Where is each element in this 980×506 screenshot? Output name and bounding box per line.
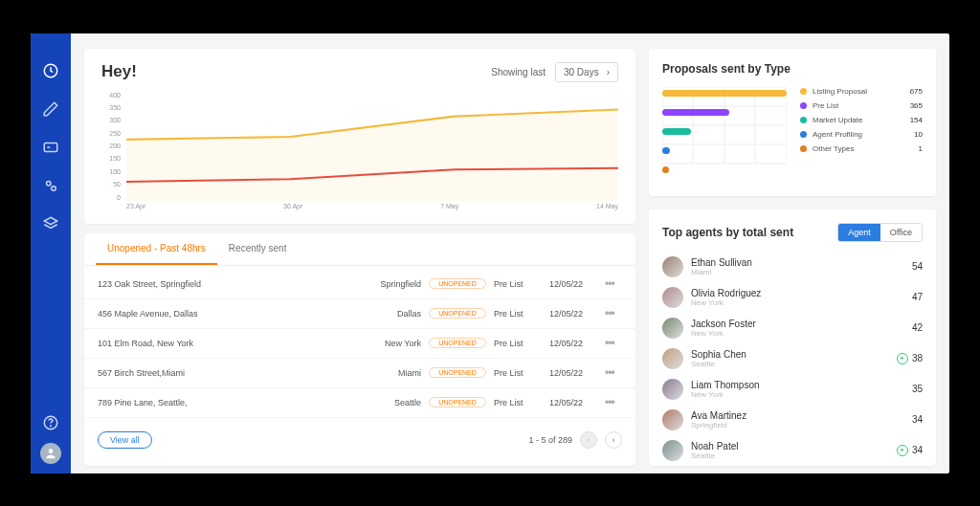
legend-dot [800,88,807,95]
status-badge: UNOPENED [429,308,486,319]
view-all-button[interactable]: View all [98,431,152,449]
agent-count: 38 [897,353,923,364]
proposals-chart-card: Hey! Showing last 30 Days › 400350300250… [84,49,635,224]
chevron-right-icon: › [607,67,610,77]
toggle-agent[interactable]: Agent [838,224,880,241]
row-type: Pre List [494,309,542,319]
row-menu-icon[interactable]: ••• [605,366,622,380]
agent-info: Jackson Foster New York [691,319,904,338]
types-title: Proposals sent by Type [662,62,923,76]
tab-unopened[interactable]: Unopened - Past 48hrs [96,233,217,265]
status-badge: UNOPENED [429,338,486,348]
row-city: New York [354,339,421,348]
agent-location: Seattle [691,360,889,368]
legend-value: 675 [910,87,923,96]
avatar [662,440,683,461]
agent-name: Liam Thompson [691,380,904,390]
type-bar [662,90,787,97]
row-date: 12/05/22 [549,279,597,289]
row-date: 12/05/22 [549,309,597,319]
agent-row[interactable]: Ava Martinez Springfield 34 [662,405,923,435]
agent-info: Ava Martinez Springfield [691,410,904,429]
agent-location: Springfield [691,421,904,429]
svg-rect-1 [44,143,57,151]
agent-row[interactable]: Noah Patel Seattle 34 [662,435,923,462]
agent-location: Seattle [691,451,889,460]
agent-count: 34 [897,445,923,456]
table-row[interactable]: 123 Oak Street, Springfield Springfield … [84,270,635,299]
agent-location: Miami [691,268,904,276]
nav-dashboard[interactable] [42,62,59,79]
agent-name: Sophia Chen [691,349,889,360]
range-select[interactable]: 30 Days › [555,62,618,82]
row-city: Dallas [354,309,421,319]
nav-settings[interactable] [42,177,59,194]
agent-count: 42 [912,322,923,333]
row-type: Pre List [494,368,542,378]
svg-point-7 [49,449,54,453]
agent-info: Noah Patel Seattle [691,441,889,460]
agent-location: New York [691,298,904,307]
table-row[interactable]: 789 Pine Lane, Seattle, Seattle UNOPENED… [84,388,635,418]
agent-row[interactable]: Liam Thompson New York 35 [662,374,923,405]
agent-info: Liam Thompson New York [691,380,904,399]
showing-last-label: Showing last [491,67,546,77]
row-city: Springfield [354,279,421,289]
row-menu-icon[interactable]: ••• [605,307,622,320]
avatar [662,287,683,308]
agent-name: Olivia Rodriguez [691,288,904,298]
nav-profile[interactable] [40,443,61,464]
tab-recent[interactable]: Recently sent [217,233,299,265]
status-badge: UNOPENED [429,367,486,378]
agent-row[interactable]: Ethan Sullivan Miami 54 [662,252,923,282]
row-city: Seattle [354,398,421,407]
agent-count: 54 [912,261,923,272]
toggle-office[interactable]: Office [880,224,922,241]
table-row[interactable]: 456 Maple Avenue, Dallas Dallas UNOPENED… [84,299,635,329]
table-row[interactable]: 101 Elm Road, New York New York UNOPENED… [84,329,635,359]
status-badge: UNOPENED [429,397,486,407]
type-bar [662,147,670,154]
agents-toggle: Agent Office [837,223,923,242]
row-type: Pre List [494,398,542,407]
row-menu-icon[interactable]: ••• [605,277,622,291]
proposals-by-type-card: Proposals sent by Type Listing Proposal … [649,49,936,196]
row-address: 567 Birch Street,Miami [98,368,346,378]
trend-up-icon [897,353,908,364]
page-prev-button[interactable]: ‹ [580,431,597,449]
row-menu-icon[interactable]: ••• [605,396,622,409]
svg-point-3 [47,181,52,186]
tabs: Unopened - Past 48hrs Recently sent [84,233,635,266]
page-next-button[interactable]: › [605,431,622,449]
main-content: Hey! Showing last 30 Days › 400350300250… [71,33,949,473]
table-row[interactable]: 567 Birch Street,Miami Miami UNOPENED Pr… [84,359,635,388]
agent-name: Ethan Sullivan [691,257,904,268]
nav-layers[interactable] [42,215,59,232]
legend-label: Market Update [813,116,904,124]
agent-info: Olivia Rodriguez New York [691,288,904,307]
app-shell: Hey! Showing last 30 Days › 400350300250… [31,33,949,473]
type-bar-row [662,125,787,139]
row-type: Pre List [494,339,542,348]
agent-info: Ethan Sullivan Miami [691,257,904,276]
range-value: 30 Days [564,67,599,77]
legend-row: Pre List 365 [800,101,923,110]
legend-value: 365 [910,101,923,110]
type-bar [662,128,691,135]
nav-help[interactable] [42,414,59,431]
agent-row[interactable]: Jackson Foster New York 42 [662,313,923,343]
agent-row[interactable]: Sophia Chen Seattle 38 [662,343,923,374]
type-bar-row [662,144,787,158]
trend-up-icon [897,445,908,456]
legend-row: Agent Profiling 10 [800,130,923,139]
agent-location: New York [691,329,904,338]
row-date: 12/05/22 [549,398,597,407]
nav-card[interactable] [42,139,59,156]
legend-label: Agent Profiling [813,130,908,139]
legend-dot [800,131,807,138]
agent-row[interactable]: Olivia Rodriguez New York 47 [662,282,923,313]
nav-edit[interactable] [42,100,59,118]
row-menu-icon[interactable]: ••• [605,337,622,350]
agent-count: 47 [912,292,923,302]
legend-row: Market Update 154 [800,116,923,124]
